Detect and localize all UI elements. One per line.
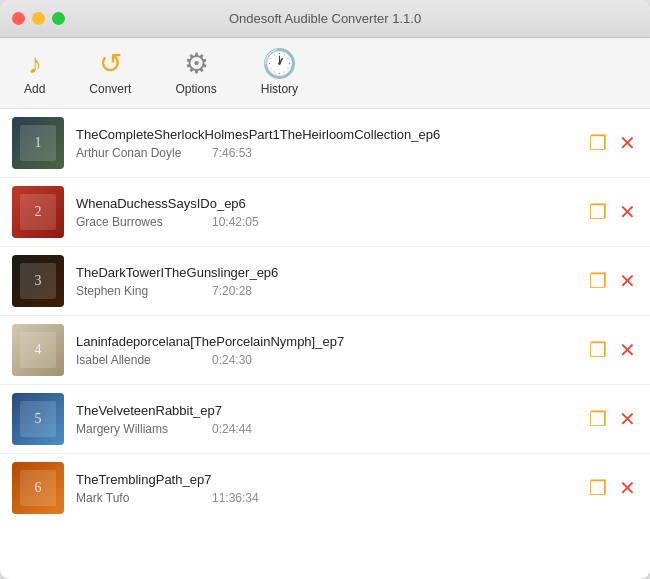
edit-button[interactable]: ❐ xyxy=(587,476,609,500)
item-actions: ❐ ✕ xyxy=(587,200,638,224)
item-author: Grace Burrowes xyxy=(76,215,196,229)
svg-text:1: 1 xyxy=(35,135,42,150)
cover-art: 6 xyxy=(12,462,64,514)
window-title: Ondesoft Audible Converter 1.1.0 xyxy=(229,11,421,26)
svg-text:5: 5 xyxy=(35,411,42,426)
edit-button[interactable]: ❐ xyxy=(587,338,609,362)
item-meta: Grace Burrowes 10:42:05 xyxy=(76,215,575,229)
book-list: 1 TheCompleteSherlockHolmesPart1TheHeirl… xyxy=(0,109,650,579)
item-info: WhenaDuchessSaysIDo_ep6 Grace Burrowes 1… xyxy=(76,196,575,229)
item-author: Isabel Allende xyxy=(76,353,196,367)
list-item: 6 TheTremblingPath_ep7 Mark Tufo 11:36:3… xyxy=(0,454,650,522)
item-title: TheTremblingPath_ep7 xyxy=(76,472,575,487)
item-duration: 0:24:30 xyxy=(212,353,252,367)
item-author: Margery Williams xyxy=(76,422,196,436)
delete-button[interactable]: ✕ xyxy=(617,407,638,431)
history-toolbar-item[interactable]: 🕐 History xyxy=(253,46,306,100)
edit-button[interactable]: ❐ xyxy=(587,407,609,431)
item-info: TheDarkTowerITheGunslinger_ep6 Stephen K… xyxy=(76,265,575,298)
edit-button[interactable]: ❐ xyxy=(587,269,609,293)
item-actions: ❐ ✕ xyxy=(587,131,638,155)
cover-art: 3 xyxy=(12,255,64,307)
close-button[interactable] xyxy=(12,12,25,25)
item-title: WhenaDuchessSaysIDo_ep6 xyxy=(76,196,575,211)
item-meta: Arthur Conan Doyle 7:46:53 xyxy=(76,146,575,160)
item-meta: Isabel Allende 0:24:30 xyxy=(76,353,575,367)
maximize-button[interactable] xyxy=(52,12,65,25)
item-meta: Mark Tufo 11:36:34 xyxy=(76,491,575,505)
edit-button[interactable]: ❐ xyxy=(587,131,609,155)
history-label: History xyxy=(261,82,298,96)
item-actions: ❐ ✕ xyxy=(587,407,638,431)
delete-button[interactable]: ✕ xyxy=(617,476,638,500)
list-item: 5 TheVelveteenRabbit_ep7 Margery William… xyxy=(0,385,650,454)
item-author: Mark Tufo xyxy=(76,491,196,505)
svg-text:2: 2 xyxy=(35,204,42,219)
item-author: Arthur Conan Doyle xyxy=(76,146,196,160)
history-icon: 🕐 xyxy=(262,50,297,78)
cover-art: 4 xyxy=(12,324,64,376)
list-item: 1 TheCompleteSherlockHolmesPart1TheHeirl… xyxy=(0,109,650,178)
app-window: Ondesoft Audible Converter 1.1.0 ♪ Add ↺… xyxy=(0,0,650,579)
edit-button[interactable]: ❐ xyxy=(587,200,609,224)
item-title: TheVelveteenRabbit_ep7 xyxy=(76,403,575,418)
list-item: 3 TheDarkTowerITheGunslinger_ep6 Stephen… xyxy=(0,247,650,316)
item-duration: 7:20:28 xyxy=(212,284,252,298)
add-label: Add xyxy=(24,82,45,96)
item-meta: Margery Williams 0:24:44 xyxy=(76,422,575,436)
add-icon: ♪ xyxy=(28,50,42,78)
svg-text:4: 4 xyxy=(35,342,42,357)
options-icon: ⚙ xyxy=(184,50,209,78)
item-author: Stephen King xyxy=(76,284,196,298)
options-toolbar-item[interactable]: ⚙ Options xyxy=(167,46,224,100)
item-duration: 11:36:34 xyxy=(212,491,259,505)
delete-button[interactable]: ✕ xyxy=(617,338,638,362)
list-item: 4 Laninfadeporcelana[ThePorcelainNymph]_… xyxy=(0,316,650,385)
convert-icon: ↺ xyxy=(99,50,122,78)
item-info: Laninfadeporcelana[ThePorcelainNymph]_ep… xyxy=(76,334,575,367)
convert-toolbar-item[interactable]: ↺ Convert xyxy=(81,46,139,100)
title-bar: Ondesoft Audible Converter 1.1.0 xyxy=(0,0,650,38)
item-title: TheCompleteSherlockHolmesPart1TheHeirloo… xyxy=(76,127,575,142)
options-label: Options xyxy=(175,82,216,96)
list-item: 2 WhenaDuchessSaysIDo_ep6 Grace Burrowes… xyxy=(0,178,650,247)
item-meta: Stephen King 7:20:28 xyxy=(76,284,575,298)
item-actions: ❐ ✕ xyxy=(587,476,638,500)
toolbar: ♪ Add ↺ Convert ⚙ Options 🕐 History xyxy=(0,38,650,109)
cover-art: 1 xyxy=(12,117,64,169)
item-duration: 10:42:05 xyxy=(212,215,259,229)
item-info: TheTremblingPath_ep7 Mark Tufo 11:36:34 xyxy=(76,472,575,505)
item-duration: 7:46:53 xyxy=(212,146,252,160)
item-info: TheCompleteSherlockHolmesPart1TheHeirloo… xyxy=(76,127,575,160)
svg-text:3: 3 xyxy=(35,273,42,288)
cover-art: 5 xyxy=(12,393,64,445)
item-actions: ❐ ✕ xyxy=(587,338,638,362)
item-actions: ❐ ✕ xyxy=(587,269,638,293)
cover-art: 2 xyxy=(12,186,64,238)
item-info: TheVelveteenRabbit_ep7 Margery Williams … xyxy=(76,403,575,436)
delete-button[interactable]: ✕ xyxy=(617,269,638,293)
add-toolbar-item[interactable]: ♪ Add xyxy=(16,46,53,100)
window-controls xyxy=(12,12,65,25)
convert-label: Convert xyxy=(89,82,131,96)
delete-button[interactable]: ✕ xyxy=(617,200,638,224)
item-duration: 0:24:44 xyxy=(212,422,252,436)
delete-button[interactable]: ✕ xyxy=(617,131,638,155)
item-title: Laninfadeporcelana[ThePorcelainNymph]_ep… xyxy=(76,334,575,349)
svg-text:6: 6 xyxy=(35,480,42,495)
minimize-button[interactable] xyxy=(32,12,45,25)
item-title: TheDarkTowerITheGunslinger_ep6 xyxy=(76,265,575,280)
